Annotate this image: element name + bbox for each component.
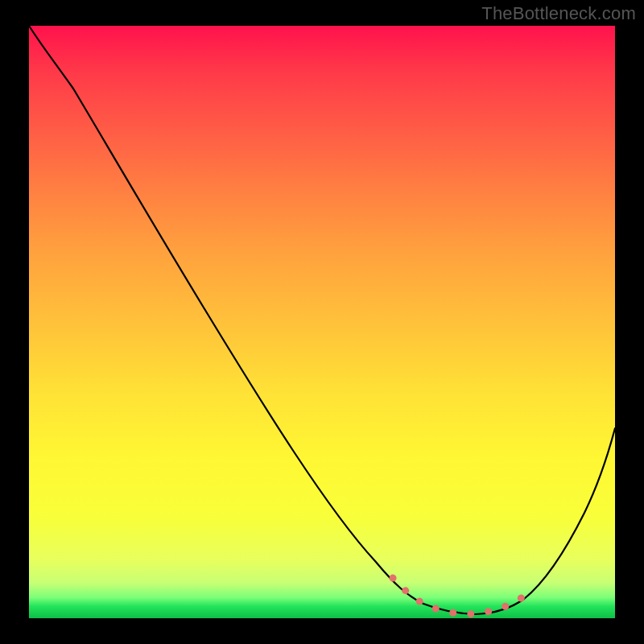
chart-frame: TheBottleneck.com	[0, 0, 644, 644]
curve-path	[29, 26, 615, 614]
bottleneck-curve	[29, 26, 615, 618]
watermark-text: TheBottleneck.com	[481, 3, 636, 24]
curve-highlight-dots	[393, 578, 533, 614]
plot-area	[29, 26, 615, 618]
